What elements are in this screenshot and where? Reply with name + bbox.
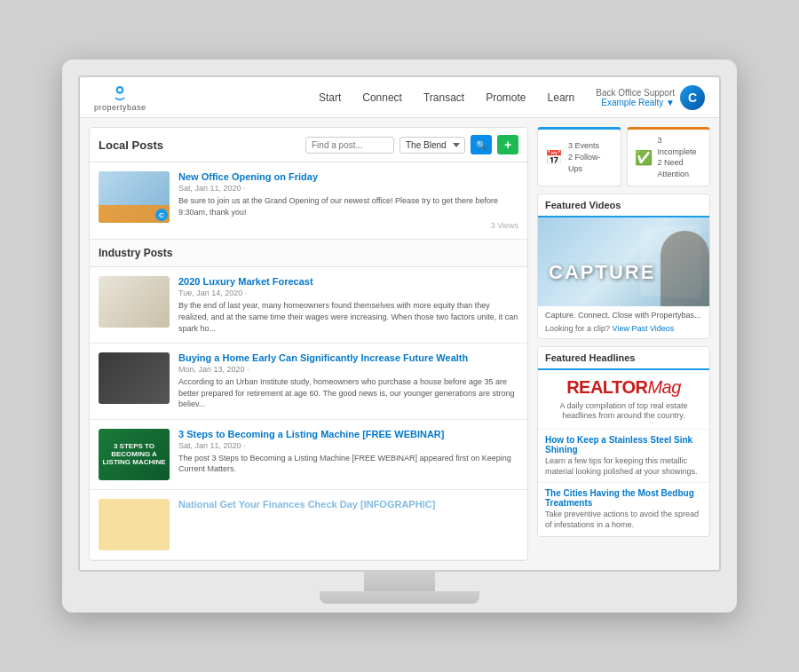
industry-post-item: National Get Your Finances Check Day [IN… xyxy=(90,490,527,560)
post-info: National Get Your Finances Check Day [IN… xyxy=(178,499,518,550)
main-content: Local Posts The Blend 🔍 + xyxy=(80,118,719,570)
post-title[interactable]: New Office Opening on Friday xyxy=(178,171,518,182)
capture-text: CAPTURE xyxy=(549,261,655,284)
post-meta: Sat, Jan 11, 2020 · xyxy=(178,441,518,450)
post-title[interactable]: Buying a Home Early Can Significantly In… xyxy=(178,352,518,363)
stats-row: 📅 3 Events 2 Follow-Ups ✅ 3 Incomplete 2… xyxy=(537,127,710,186)
realtor-logo-text: REALTORMag xyxy=(545,377,702,398)
video-caption: Capture. Connect. Close with Propertybas… xyxy=(538,306,709,324)
featured-videos-header: Featured Videos xyxy=(538,194,709,217)
post-excerpt: By the end of last year, many homeowners… xyxy=(178,300,518,334)
view-past-videos-link[interactable]: View Past Videos xyxy=(613,324,675,333)
video-person-silhouette xyxy=(661,231,709,306)
headline-item: How to Keep a Stainless Steel Sink Shini… xyxy=(538,429,709,482)
post-thumbnail: 3 STEPS TOBECOMING ALISTING MACHINE xyxy=(99,429,170,480)
local-posts-title: Local Posts xyxy=(99,138,300,152)
post-info: 2020 Luxury Market Forecast Tue, Jan 14,… xyxy=(178,276,518,334)
post-thumbnail xyxy=(99,276,170,328)
post-excerpt: The post 3 Steps to Becoming a Listing M… xyxy=(178,453,518,475)
logo-text: propertybase xyxy=(94,103,146,112)
post-info: Buying a Home Early Can Significantly In… xyxy=(178,352,518,410)
stat-text-tasks: 3 Incomplete 2 Need Attention xyxy=(658,135,703,179)
calendar-icon: 📅 xyxy=(545,149,563,166)
post-title[interactable]: National Get Your Finances Check Day [IN… xyxy=(178,499,518,510)
headline-title[interactable]: The Cities Having the Most Bedbug Treatm… xyxy=(545,488,702,508)
local-post-item: C New Office Opening on Friday Sat, Jan … xyxy=(90,162,527,240)
stat-card-tasks: ✅ 3 Incomplete 2 Need Attention xyxy=(627,127,711,186)
blend-dropdown[interactable]: The Blend xyxy=(400,137,465,154)
right-panel: 📅 3 Events 2 Follow-Ups ✅ 3 Incomplete 2… xyxy=(537,127,710,561)
headline-item: The Cities Having the Most Bedbug Treatm… xyxy=(538,482,709,535)
post-excerpt: According to an Urban Institute study, h… xyxy=(178,376,518,410)
featured-headlines-section: Featured Headlines REALTORMag A daily co… xyxy=(537,346,710,537)
screen: propertybase Start Connect Transact Prom… xyxy=(78,75,721,572)
search-button[interactable]: 🔍 xyxy=(471,135,492,154)
headline-desc: Learn a few tips for keeping this metall… xyxy=(545,456,702,477)
nav-promote[interactable]: Promote xyxy=(486,88,526,107)
stat-card-events: 📅 3 Events 2 Follow-Ups xyxy=(537,127,621,186)
realtor-description: A daily compilation of top real estate h… xyxy=(545,401,702,422)
industry-post-item: 2020 Luxury Market Forecast Tue, Jan 14,… xyxy=(90,267,527,344)
search-input[interactable] xyxy=(305,137,394,154)
nav-transact[interactable]: Transact xyxy=(423,88,464,107)
industry-post-item: 3 STEPS TOBECOMING ALISTING MACHINE 3 St… xyxy=(90,420,527,490)
post-thumbnail xyxy=(99,352,170,404)
realtor-mag-logo: REALTORMag A daily compilation of top re… xyxy=(538,370,709,429)
monitor-base xyxy=(320,591,479,604)
post-meta: Sat, Jan 11, 2020 · xyxy=(178,184,518,193)
nav-connect[interactable]: Connect xyxy=(362,88,402,107)
industry-post-item: Buying a Home Early Can Significantly In… xyxy=(90,344,527,420)
checklist-icon: ✅ xyxy=(635,149,653,166)
nav-links: Start Connect Transact Promote Learn xyxy=(319,88,574,107)
post-meta: Tue, Jan 14, 2020 · xyxy=(178,289,518,297)
post-info: 3 Steps to Becoming a Listing Machine [F… xyxy=(178,429,518,480)
nav-avatar[interactable]: C xyxy=(680,85,705,110)
monitor-frame: propertybase Start Connect Transact Prom… xyxy=(62,59,737,613)
nav-support-text: Back Office Support Example Realty ▼ xyxy=(596,88,675,107)
local-posts-header: Local Posts The Blend 🔍 + xyxy=(90,128,527,162)
post-title[interactable]: 2020 Luxury Market Forecast xyxy=(178,276,518,287)
video-link: Looking for a clip? View Past Videos xyxy=(538,324,709,338)
post-meta: Mon, Jan 13, 2020 · xyxy=(178,365,518,374)
featured-videos-section: Featured Videos CAPTURE Capture. Connect… xyxy=(537,194,710,339)
post-excerpt: Be sure to join us at the Grand Opening … xyxy=(178,195,518,217)
post-views: 3 Views xyxy=(178,221,518,230)
featured-headlines-header: Featured Headlines xyxy=(538,347,709,370)
monitor-neck xyxy=(364,572,435,591)
post-thumbnail xyxy=(99,499,170,550)
post-thumbnail: C xyxy=(99,171,170,223)
nav-start[interactable]: Start xyxy=(319,88,341,107)
headline-desc: Take preventive actions to avoid the spr… xyxy=(545,510,702,530)
svg-point-1 xyxy=(118,88,122,91)
headline-title[interactable]: How to Keep a Stainless Steel Sink Shini… xyxy=(545,435,702,455)
nav-learn[interactable]: Learn xyxy=(548,88,575,107)
nav-right: Back Office Support Example Realty ▼ C xyxy=(596,85,705,110)
logo: propertybase xyxy=(94,83,146,112)
nav-bar: propertybase Start Connect Transact Prom… xyxy=(80,77,719,118)
stat-text-events: 3 Events 2 Follow-Ups xyxy=(568,140,613,174)
post-title[interactable]: 3 Steps to Becoming a Listing Machine [F… xyxy=(178,429,518,439)
video-thumbnail[interactable]: CAPTURE xyxy=(538,217,709,306)
left-panel: Local Posts The Blend 🔍 + xyxy=(89,127,528,561)
post-info: New Office Opening on Friday Sat, Jan 11… xyxy=(178,171,518,230)
add-post-button[interactable]: + xyxy=(497,135,518,154)
industry-posts-title: Industry Posts xyxy=(90,240,527,267)
